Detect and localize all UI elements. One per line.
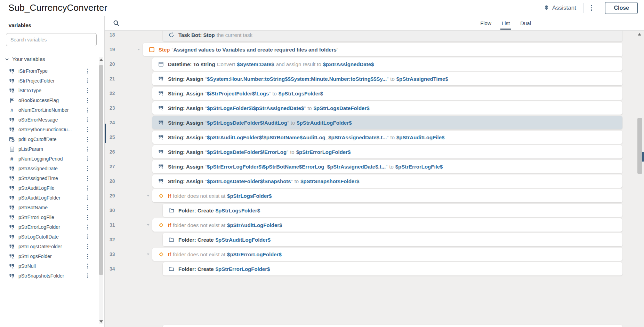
variable-options-kebab-icon[interactable] [86,174,90,182]
action-description-text: to [290,149,295,155]
collapse-chevron-icon[interactable] [146,252,150,256]
variable-options-kebab-icon[interactable] [86,135,90,143]
scroll-up-arrow-icon[interactable] [638,33,641,36]
action-card[interactable]: String: Assign“$pStrErrorLogFolder$\$pSt… [152,160,622,173]
variable-options-kebab-icon[interactable] [86,184,90,192]
variable-options-kebab-icon[interactable] [86,165,90,172]
variables-panel: Variables Your variables iStrFromTypeiSt… [0,16,105,327]
search-variables-input[interactable] [6,33,97,46]
action-card[interactable]: Task Bot: Stopthe current task [163,31,622,41]
variable-list-item[interactable]: pStrAssignedDate [0,164,104,173]
action-card[interactable]: String: Assign“$pStrLogsDateFolder$\Erro… [152,145,622,158]
more-options-kebab-icon[interactable] [588,3,595,13]
variable-options-kebab-icon[interactable] [86,272,90,280]
line-number: 34 [110,266,115,272]
collapse-chevron-icon[interactable] [146,194,150,197]
tab-dual[interactable]: Dual [520,17,531,30]
variable-list-item[interactable]: pStrAuditLogFolder [0,193,104,203]
action-rows: 18Task Bot: Stopthe current task19Step“A… [105,31,644,276]
action-card[interactable]: String: Assign“$pStrLogsDateFolder$\Audi… [152,116,622,129]
variable-options-kebab-icon[interactable] [86,243,90,250]
list-row: 29Iffolder does not exist at$pStrLogsFol… [105,188,644,203]
variable-options-kebab-icon[interactable] [86,155,90,163]
variable-list-item[interactable]: iStrFromType [0,66,104,76]
variable-list-item[interactable]: pStrErrorLogFolder [0,222,104,232]
variable-list-item[interactable]: pStrNull [0,261,104,271]
variable-list-item[interactable]: pStrLogsFolder [0,251,104,261]
variable-options-kebab-icon[interactable] [86,87,90,94]
action-card[interactable]: String: Assign“$iStrProjectFolder$\Logs”… [152,87,622,100]
action-card[interactable]: Folder: Create$pStrAuditLogFolder$ [163,233,622,246]
variable-list-item[interactable]: pStrErrorLogFile [0,212,104,222]
variable-options-kebab-icon[interactable] [86,96,90,104]
string-icon [157,76,165,81]
variable-options-kebab-icon[interactable] [86,106,90,114]
variable-list-item[interactable]: oBoolSuccessFlag [0,95,104,105]
variable-list-item[interactable]: pStrLogCutoffDate [0,232,104,242]
variable-list-item[interactable]: oStrPythonFunctionOu... [0,125,104,134]
variable-options-kebab-icon[interactable] [86,145,90,153]
action-card[interactable]: Folder: Create$pStrErrorLogFolder$ [163,262,622,275]
variable-options-kebab-icon[interactable] [86,213,90,221]
action-card[interactable]: Iffolder does not exist at$pStrAuditLogF… [152,218,622,232]
variable-name: pdtLogCutoffDate [18,137,57,142]
scroll-down-arrow-icon[interactable] [99,320,103,323]
variable-options-kebab-icon[interactable] [86,223,90,231]
action-card[interactable]: Folder: Create$pStrLogsFolder$ [163,204,622,217]
action-card[interactable]: Datetime: To stringConvert$System:Date$a… [152,57,622,71]
search-actions-icon[interactable] [113,20,120,26]
variable-token: $pStrErrorLogFolder$ [296,149,351,155]
variable-list-item[interactable]: oStrErrorMessage [0,115,104,125]
list-row: 25String: Assign“$pStrAuditLogFolder$\$p… [105,130,644,145]
variable-options-kebab-icon[interactable] [86,77,90,85]
variable-list-item[interactable]: pStrSnapshotsFolder [0,271,104,281]
variable-options-kebab-icon[interactable] [86,126,90,133]
variable-options-kebab-icon[interactable] [86,262,90,270]
action-card[interactable]: Iffolder does not exist at$pStrLogsFolde… [152,189,622,202]
variable-name: iStrToType [18,88,41,93]
action-card-partial[interactable] [163,325,622,327]
variable-options-kebab-icon[interactable] [86,194,90,202]
tab-list[interactable]: List [501,17,510,30]
action-description-text: to [295,178,299,184]
action-title: Folder: Create [178,208,214,213]
variable-list-item[interactable]: pListParam [0,144,104,154]
tab-flow[interactable]: Flow [480,17,492,30]
variable-list-item[interactable]: pStrAssignedTime [0,173,104,183]
variable-options-kebab-icon[interactable] [86,233,90,241]
your-variables-section-toggle[interactable]: Your variables [5,56,104,62]
variable-list-item[interactable]: #oNumErrorLineNumber [0,105,104,115]
action-card[interactable]: Step“Assigned values to Variables and cr… [143,43,622,56]
list-row: 19Step“Assigned values to Variables and … [105,42,644,57]
sidebar-scrollbar-thumb[interactable] [99,65,103,275]
variable-token: $System:Date$ [237,61,274,67]
variable-list-item[interactable]: #pNumLoggingPeriod [0,154,104,164]
action-card[interactable]: String: Assign“$pStrAuditLogFolder$\$pSt… [152,131,622,144]
action-card[interactable]: Iffolder does not exist at$pStrErrorLogF… [152,248,622,261]
scroll-up-arrow-icon[interactable] [99,59,103,61]
variable-token: $pStrSnapshotsFolder$ [300,178,359,184]
action-card[interactable]: String: Assign“$System:Hour.Number:toStr… [152,72,622,85]
list-scrollbar-thumb[interactable] [637,118,642,174]
variable-list-item[interactable]: pdtLogCutoffDate [0,134,104,144]
folder-icon [168,266,175,272]
sidebar-scrollbar[interactable] [99,57,103,324]
collapse-chevron-icon[interactable] [137,48,141,51]
variable-options-kebab-icon[interactable] [86,116,90,124]
list-scrollbar[interactable] [636,32,643,326]
variable-list-item[interactable]: pStrLogsDateFolder [0,242,104,251]
variable-options-kebab-icon[interactable] [86,252,90,260]
variable-list-item[interactable]: pStrBotName [0,203,104,212]
variable-list-item[interactable]: pStrAuditLogFile [0,183,104,193]
line-number: 31 [110,222,115,228]
variable-list-item[interactable]: iStrProjectFolder [0,76,104,86]
variable-options-kebab-icon[interactable] [86,67,90,75]
close-button[interactable]: Close [605,2,638,14]
assistant-button[interactable]: Assistant [541,3,578,13]
variable-list-item[interactable]: iStrToType [0,86,104,95]
variable-options-kebab-icon[interactable] [86,204,90,211]
action-description-text: folder does not exist at [173,193,225,199]
collapse-chevron-icon[interactable] [146,223,150,227]
action-card[interactable]: String: Assign“$pStrLogsDateFolder$\Snap… [152,174,622,188]
action-card[interactable]: String: Assign“$pStrLogsFolder$\$pStrAss… [152,101,622,115]
